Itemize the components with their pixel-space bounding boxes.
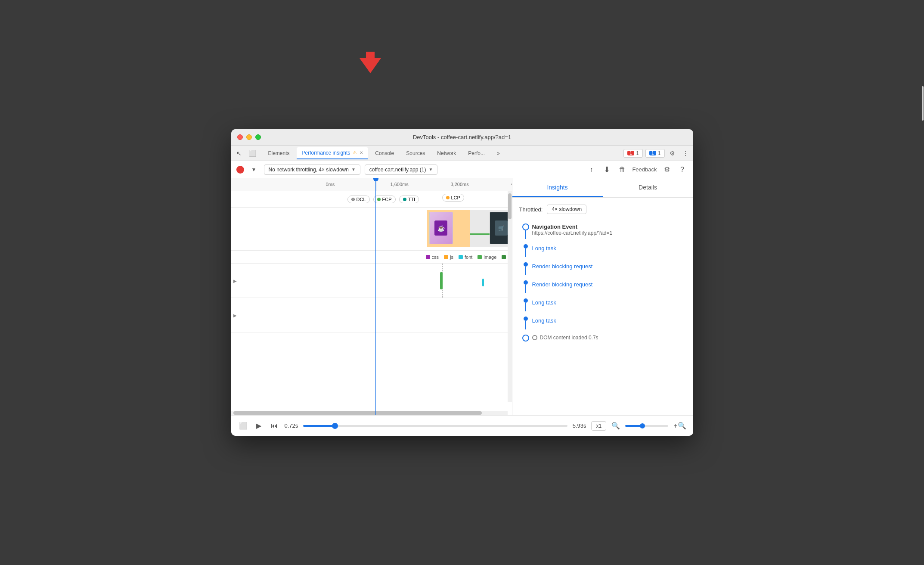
render-blocking-2-link[interactable]: Render blocking request [532, 281, 593, 288]
tab-network[interactable]: Network [432, 147, 461, 159]
screenshot-1[interactable]: ☕ [429, 212, 453, 244]
timeline-events: Navigation Event https://coffee-cart.net… [519, 221, 686, 344]
long-task-2-link[interactable]: Long task [532, 299, 556, 306]
nav-event-title: Navigation Event [532, 224, 686, 230]
render-blocking-1-link[interactable]: Render blocking request [532, 263, 593, 270]
zoom-in-icon[interactable]: +🔍 [673, 422, 686, 430]
fcp-chip[interactable]: FCP [373, 196, 396, 203]
time-marker-0ms: 0ms [326, 182, 335, 187]
cursor-line-er [375, 298, 376, 332]
tab-details[interactable]: Details [603, 178, 693, 197]
maximize-button[interactable] [255, 134, 261, 140]
expand-network-left-icon[interactable]: ▶ [233, 278, 237, 283]
tab-insights[interactable]: Insights [512, 178, 603, 197]
screenshot-toggle-icon[interactable]: ⬜ [238, 421, 248, 431]
messages-badge: 1 [649, 151, 656, 155]
dom-loaded-row: DOM content loaded 0.7s [519, 332, 686, 344]
close-button[interactable] [237, 134, 243, 140]
start-time: 0.72s [285, 422, 298, 429]
throttle-dropdown[interactable]: No network throttling, 4× slowdown ▼ [264, 165, 360, 175]
dcl-label: DCL [357, 197, 366, 202]
lt1-event-text: Long task [532, 244, 686, 252]
horizontal-scrollbar[interactable] [231, 411, 508, 415]
record-button[interactable] [236, 166, 244, 174]
messages-button[interactable]: 1 1 [645, 149, 665, 158]
h-scrollbar-thumb[interactable] [233, 411, 482, 415]
tab-bar: ↖ ⬜ Elements Performance insights ⚠ ✕ Co… [231, 146, 693, 161]
settings-icon[interactable]: ⚙ [667, 148, 678, 158]
time-ruler: 0ms 1,600ms 3,200ms 4,800ms [231, 178, 512, 191]
long-task-2-row: Long task [519, 296, 686, 314]
toolbar-help-icon[interactable]: ? [677, 164, 688, 175]
render-blocking-2-row: Render blocking request [519, 278, 686, 296]
long-task-3-link[interactable]: Long task [532, 317, 556, 324]
dom-circle [522, 335, 529, 341]
dom-label: DOM content loaded 0.7s [540, 335, 598, 341]
upload-icon[interactable]: ↑ [586, 164, 597, 175]
lcp-chip[interactable]: LCP [442, 194, 464, 202]
dropdown-arrow-icon[interactable]: ▼ [248, 164, 260, 175]
dom-icon [532, 335, 537, 340]
lt2-line [525, 303, 526, 311]
url-dropdown[interactable]: coffee-cart.netlify.app (1) ▼ [365, 165, 438, 175]
dcl-chip[interactable]: DCL [347, 196, 370, 203]
timeline-slider[interactable] [303, 425, 567, 427]
long-task-1-row: Long task [519, 242, 686, 260]
css-swatch [426, 255, 430, 259]
js-label: js [450, 255, 453, 260]
zoom-slider[interactable] [625, 425, 668, 427]
tab-more[interactable]: » [492, 147, 505, 159]
legend-font: font [459, 255, 472, 260]
legend-js: js [444, 255, 453, 260]
title-bar: DevTools - coffee-cart.netlify.app/?ad=1 [231, 129, 693, 146]
feedback-link[interactable]: Feedback [632, 166, 657, 173]
errors-button[interactable]: 1 1 [623, 149, 643, 158]
toolbar-settings-icon[interactable]: ⚙ [661, 164, 673, 175]
scrollbar-thumb[interactable] [508, 193, 512, 219]
tti-chip[interactable]: TTI [399, 196, 419, 203]
lt3-dot [524, 317, 528, 321]
slider-thumb[interactable] [332, 423, 338, 429]
throttled-row: Throttled: 4× slowdown [519, 205, 686, 214]
minimize-button[interactable] [246, 134, 252, 140]
zoom-slider-thumb[interactable] [640, 423, 645, 428]
more-options-icon[interactable]: ⋮ [680, 148, 691, 158]
long-task-3-row: Long task [519, 314, 686, 332]
skip-start-icon[interactable]: ⏮ [269, 421, 279, 431]
tab-sources[interactable]: Sources [401, 147, 430, 159]
nav-line [525, 230, 526, 239]
tab-performance[interactable]: Perfo... [463, 147, 490, 159]
play-icon[interactable]: ▶ [254, 421, 264, 431]
screenshot-row: ☕ 🛒 › [231, 208, 512, 251]
render-blocking-1-row: Render blocking request [519, 260, 686, 278]
tab-elements[interactable]: Elements [263, 147, 295, 159]
nav-event-url: https://coffee-cart.netlify.app/?ad=1 [532, 230, 686, 236]
milestone-row: DCL FCP TTI LCP [231, 191, 512, 208]
time-marker-4800ms: 4,800ms [511, 182, 512, 187]
event-timeline-dom [519, 335, 532, 341]
cursor-icon[interactable]: ↖ [234, 148, 244, 158]
fcp-dot [377, 198, 381, 201]
throttled-label: Throttled: [519, 206, 543, 213]
download-icon[interactable]: ⬇ [601, 164, 612, 175]
zoom-display[interactable]: x1 [591, 421, 606, 431]
tab-performance-insights[interactable]: Performance insights ⚠ ✕ [297, 147, 369, 159]
tab-nav-icons: ↖ ⬜ [234, 148, 258, 158]
rb1-event-text: Render blocking request [532, 262, 686, 270]
long-task-1-link[interactable]: Long task [532, 245, 556, 251]
insights-content: Throttled: 4× slowdown Navigation Event … [512, 198, 693, 415]
expand-empty-left-icon[interactable]: ▶ [233, 313, 237, 317]
nav-circle [522, 224, 529, 230]
device-icon[interactable]: ⬜ [248, 148, 258, 158]
delete-icon[interactable]: 🗑 [617, 164, 628, 175]
close-tab-icon[interactable]: ✕ [360, 150, 363, 155]
timeline-panel: 0ms 1,600ms 3,200ms 4,800ms DCL [231, 178, 512, 415]
nav-event-text: Navigation Event https://coffee-cart.net… [532, 224, 686, 236]
font-swatch [459, 255, 463, 259]
vertical-scrollbar[interactable] [508, 191, 512, 402]
tti-label: TTI [408, 197, 415, 202]
zoom-out-icon[interactable]: 🔍 [611, 422, 620, 430]
lcp-dot [446, 196, 450, 199]
expand-screenshot-icon[interactable]: › [502, 226, 503, 232]
tab-console[interactable]: Console [370, 147, 399, 159]
